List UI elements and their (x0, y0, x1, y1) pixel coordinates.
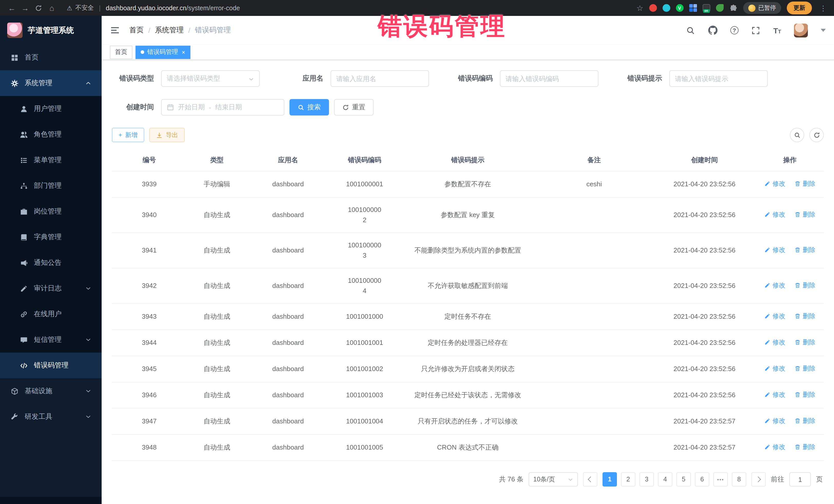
sidebar-item-role-management[interactable]: 角色管理 (0, 122, 102, 147)
browser-reload-icon[interactable] (32, 1, 45, 15)
breadcrumb-home[interactable]: 首页 (129, 26, 144, 35)
github-icon[interactable] (708, 26, 717, 35)
puzzle-extension-icon[interactable] (729, 4, 737, 12)
hamburger-icon[interactable] (110, 25, 121, 36)
sidebar-item-audit-log[interactable]: 审计日志 (0, 276, 102, 301)
start-date-placeholder[interactable]: 开始日期 (178, 103, 205, 112)
help-icon[interactable]: ? (730, 26, 738, 35)
tab-home[interactable]: 首页 (110, 45, 132, 59)
refresh-button[interactable] (809, 128, 824, 142)
toggle-search-button[interactable] (790, 128, 804, 142)
update-button[interactable]: 更新 (787, 2, 812, 14)
edit-link[interactable]: 修改 (765, 311, 786, 321)
page-ellipsis[interactable]: ••• (714, 472, 728, 486)
page-button-4[interactable]: 4 (658, 472, 672, 486)
edit-link[interactable]: 修改 (765, 364, 786, 374)
sidebar-item-error-code-management[interactable]: 错误码管理 (0, 353, 102, 378)
prev-page-button[interactable] (583, 472, 597, 486)
delete-link[interactable]: 删除 (794, 337, 815, 348)
close-icon[interactable]: × (182, 49, 185, 55)
app-name-input[interactable] (331, 70, 429, 87)
goto-page-input[interactable] (789, 472, 811, 486)
tab-error-code-management[interactable]: 错误码管理 × (135, 45, 191, 59)
address-url[interactable]: dashboard.yudao.iocoder.cn/system/error-… (106, 4, 240, 12)
delete-link[interactable]: 删除 (794, 210, 815, 220)
delete-link[interactable]: 删除 (794, 179, 815, 189)
edit-link[interactable]: 修改 (765, 210, 786, 220)
sidebar-item-post-management[interactable]: 岗位管理 (0, 199, 102, 224)
sidebar-collapse-bar[interactable] (0, 497, 102, 504)
edit-link[interactable]: 修改 (765, 179, 786, 189)
sidebar-item-notice[interactable]: 通知公告 (0, 250, 102, 276)
edit-link[interactable]: 修改 (765, 442, 786, 452)
delete-link[interactable]: 删除 (794, 245, 815, 255)
profile-paused-chip[interactable]: 已暂停 (743, 2, 781, 14)
edit-link[interactable]: 修改 (765, 245, 786, 255)
extension-icon-grid[interactable] (689, 4, 697, 12)
sidebar-item-menu-management[interactable]: 菜单管理 (0, 147, 102, 173)
delete-link[interactable]: 删除 (794, 364, 815, 374)
end-date-placeholder[interactable]: 结束日期 (215, 103, 242, 112)
cell-actions: 修改 删除 (756, 171, 824, 197)
extension-icon-teal[interactable] (662, 4, 670, 12)
sidebar-item-online-users[interactable]: 在线用户 (0, 301, 102, 327)
edit-link[interactable]: 修改 (765, 416, 786, 426)
sidebar-item-dept-management[interactable]: 部门管理 (0, 173, 102, 199)
page-button-3[interactable]: 3 (639, 472, 654, 486)
page-size-select[interactable]: 10条/页 (529, 472, 578, 486)
filter-label: 错误码编码 (451, 74, 493, 83)
page-button-5[interactable]: 5 (676, 472, 691, 486)
page-button-6[interactable]: 6 (695, 472, 709, 486)
table-row: 3942 自动生成 dashboard 100100000 4 不允许获取敏感配… (112, 268, 824, 304)
avatar-caret-icon[interactable] (821, 29, 826, 32)
delete-link[interactable]: 删除 (794, 311, 815, 321)
edit-link[interactable]: 修改 (765, 280, 786, 290)
extension-icon-dark[interactable]: on (702, 4, 710, 12)
search-button[interactable]: 搜索 (289, 99, 329, 115)
sidebar-item-infrastructure[interactable]: 基础设施 (0, 378, 102, 404)
extension-icon-green[interactable]: V (676, 4, 683, 12)
date-range-picker[interactable]: 开始日期 - 结束日期 (161, 99, 284, 115)
add-button[interactable]: + 新增 (112, 128, 144, 142)
security-chip[interactable]: ⚠ 不安全 (67, 4, 94, 12)
table-row: 3947 自动生成 dashboard 1001001004 只有开启状态的任务… (112, 408, 824, 435)
browser-home-icon[interactable]: ⌂ (45, 1, 59, 15)
extension-icon-leaf[interactable] (716, 4, 723, 12)
extension-icon-red[interactable] (649, 4, 657, 12)
reset-button[interactable]: 重置 (334, 99, 374, 115)
sidebar-item-dict-management[interactable]: 字典管理 (0, 224, 102, 250)
bookmark-star-icon[interactable]: ☆ (636, 3, 643, 13)
delete-link[interactable]: 删除 (794, 416, 815, 426)
browser-menu-icon[interactable]: ⋮ (817, 4, 829, 12)
sidebar-logo[interactable]: 芋道管理系统 (0, 16, 102, 45)
filter-group-time: 创建时间 开始日期 - 结束日期 (112, 99, 284, 115)
sidebar-item-dev-tools[interactable]: 研发工具 (0, 404, 102, 430)
sidebar-item-sms-management[interactable]: 短信管理 (0, 327, 102, 353)
page-button-1[interactable]: 1 (602, 472, 617, 486)
delete-link[interactable]: 删除 (794, 390, 815, 400)
next-page-button[interactable] (751, 472, 766, 486)
error-code-input[interactable] (500, 70, 598, 87)
font-size-icon[interactable]: TT (773, 26, 781, 35)
cell-type: 自动生成 (186, 304, 247, 330)
error-type-select[interactable]: 请选择错误码类型 (161, 70, 260, 87)
sidebar-item-home[interactable]: 首页 (0, 45, 102, 70)
breadcrumb-system[interactable]: 系统管理 (155, 26, 184, 35)
page-button-2[interactable]: 2 (621, 472, 635, 486)
export-button[interactable]: 导出 (149, 128, 185, 142)
search-icon[interactable] (686, 26, 695, 35)
sidebar-item-system[interactable]: 系统管理 (0, 70, 102, 96)
browser-back-icon[interactable]: ← (5, 1, 19, 15)
edit-link[interactable]: 修改 (765, 390, 786, 400)
sidebar-item-label: 菜单管理 (34, 155, 62, 165)
edit-link[interactable]: 修改 (765, 337, 786, 348)
delete-link[interactable]: 删除 (794, 442, 815, 452)
browser-forward-icon[interactable]: → (19, 1, 32, 15)
page-button-8[interactable]: 8 (732, 472, 746, 486)
sidebar-item-user-management[interactable]: 用户管理 (0, 96, 102, 122)
delete-link[interactable]: 删除 (794, 280, 815, 290)
url-path: /system/error-code (186, 4, 240, 12)
error-hint-input[interactable] (669, 70, 768, 87)
fullscreen-icon[interactable] (751, 26, 760, 35)
user-avatar[interactable] (794, 23, 808, 37)
